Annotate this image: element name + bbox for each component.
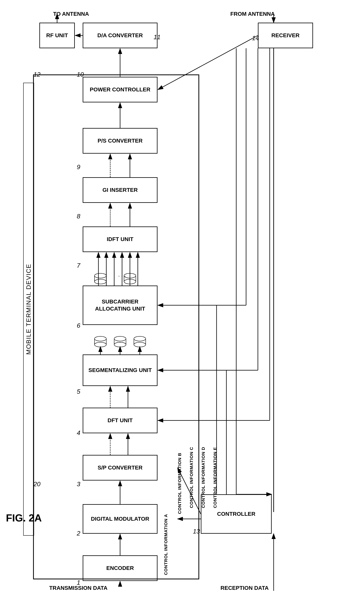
num-label-4: 4 (77, 429, 80, 437)
num-label-1: 1 (77, 579, 80, 586)
num-label-20: 20 (34, 480, 41, 488)
power-controller-block: POWER CONTROLLER (83, 77, 158, 102)
svg-text:· · ·: · · · (118, 273, 126, 279)
num-label-9: 9 (77, 163, 80, 171)
to-antenna-label: TO ANTENNA (53, 11, 89, 17)
controller-block: CONTROLLER (201, 494, 272, 534)
svg-text:· · ·: · · · (117, 340, 123, 345)
num-label-13: 13 (193, 528, 200, 535)
num-label-3: 3 (77, 480, 80, 488)
svg-point-23 (124, 273, 136, 278)
ps-converter-block: P/S CONVERTER (83, 128, 158, 154)
from-antenna-label: FROM ANTENNA (230, 11, 275, 17)
num-label-8: 8 (77, 213, 80, 220)
svg-point-27 (94, 336, 106, 341)
digital-modulator-block: DIGITAL MODULATOR (83, 504, 158, 534)
ctrl-info-a-label: CONTROL INFORMATION A (163, 520, 169, 575)
svg-point-19 (94, 273, 106, 278)
num-label-12: 12 (34, 71, 41, 78)
svg-point-26 (124, 279, 136, 284)
num-label-11: 11 (154, 34, 161, 41)
num-label-10: 10 (77, 71, 84, 78)
dft-unit-block: DFT UNIT (83, 408, 158, 433)
sp-converter-block: S/P CONVERTER (83, 455, 158, 480)
encoder-block: ENCODER (83, 555, 158, 581)
ctrl-info-b-label: CONTROL INFORMATION B (177, 443, 182, 514)
ctrl-info-c-label: CONTROL INFORMATION C (189, 414, 194, 508)
svg-point-30 (94, 342, 106, 347)
ctrl-info-e-label: CONTROL INFORMATION E (213, 286, 218, 508)
num-label-7: 7 (77, 262, 80, 269)
svg-line-7 (158, 35, 258, 90)
gi-inserter-block: GI INSERTER (83, 177, 158, 203)
idft-unit-block: IDFT UNIT (83, 226, 158, 252)
num-label-14: 14 (252, 35, 259, 42)
receiver-block: RECEIVER (258, 23, 313, 48)
svg-point-31 (114, 336, 126, 341)
num-label-2: 2 (77, 530, 80, 537)
svg-point-35 (134, 336, 146, 341)
svg-point-38 (134, 342, 146, 347)
mobile-terminal-label: MOBILE TERMINAL DEVICE (23, 83, 34, 536)
num-label-6: 6 (77, 322, 80, 329)
da-converter-block: D/A CONVERTER (83, 23, 158, 48)
ctrl-info-d-label: CONTROL INFORMATION D (201, 354, 206, 508)
diagram: FIG. 2A MOBILE TERMINAL DEVICE TO ANTENN… (0, 0, 364, 603)
subcarrier-allocating-block: SUBCARRIER ALLOCATING UNIT (83, 286, 158, 325)
svg-point-22 (94, 279, 106, 284)
rf-unit-block: RF UNIT (39, 23, 75, 48)
segmentalizing-block: SEGMENTALIZING UNIT (83, 354, 158, 386)
svg-point-34 (114, 342, 126, 347)
reception-data-label: RECEPTION DATA (220, 585, 269, 591)
num-label-5: 5 (77, 388, 80, 395)
